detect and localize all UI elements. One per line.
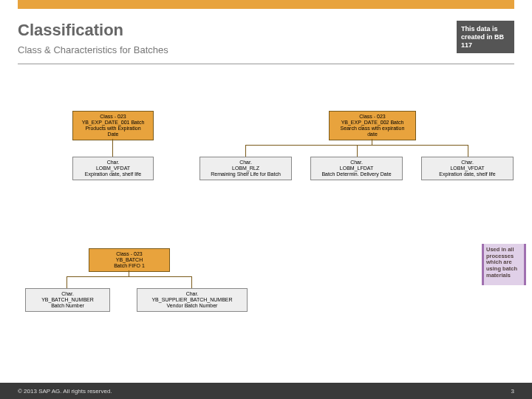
class-desc-label: date: [331, 132, 414, 137]
top-accent-band: [18, 0, 514, 9]
char-name-label: LOBM_VFDAT: [423, 166, 511, 171]
char-desc-label: Vendor Batch Number: [139, 303, 245, 309]
class-desc-label: Date: [75, 132, 151, 137]
char-desc-label: Remaining Shelf Life for Batch: [202, 171, 290, 177]
class-code-label: Class - 023: [75, 114, 151, 120]
char-label: Char.: [27, 291, 108, 297]
class-name-label: YB_EXP_DATE_002 Batch: [331, 120, 414, 126]
char-desc-label: Expiration date, shelf life: [423, 171, 511, 177]
context-badge: This data is created in BB 117: [457, 21, 514, 53]
page-number-label: 3: [511, 388, 514, 395]
side-note-callout: Used in all processes which are using ba…: [482, 244, 526, 285]
class-desc-label: Batch FIFO 1: [91, 263, 168, 269]
class-name-label: YB_EXP_DATE_001 Batch: [75, 120, 151, 126]
page-title: Classification: [18, 21, 168, 40]
char-name-label: YB_BATCH_NUMBER: [27, 297, 108, 303]
connector-line: [66, 276, 67, 288]
class-desc-label: Products with Expiration: [75, 126, 151, 132]
connector-line: [66, 276, 192, 277]
char-name-label: YB_SUPPLIER_BATCH_NUMBER: [139, 297, 245, 303]
char-name-label: LOBM_VFDAT: [75, 166, 151, 171]
class-code-label: Class - 023: [91, 251, 168, 257]
char-label: Char.: [75, 160, 151, 166]
section-divider: [18, 64, 514, 64]
class-desc-label: Search class with expiration: [331, 126, 414, 132]
char-name-label: LOBM_RLZ: [202, 166, 290, 171]
class-exp-date-001: Class - 023 YB_EXP_DATE_001 Batch Produc…: [72, 111, 154, 140]
copyright-label: © 2013 SAP AG. All rights reserved.: [18, 388, 112, 395]
char-desc-label: Expiration date, shelf life: [75, 171, 151, 177]
char-lobm-rlz: Char. LOBM_RLZ Remaining Shelf Life for …: [200, 157, 292, 180]
char-label: Char.: [313, 160, 400, 166]
char-lobm-vfdat-1: Char. LOBM_VFDAT Expiration date, shelf …: [72, 157, 154, 180]
connector-line: [191, 276, 192, 288]
char-desc-label: Batch Determin. Delivery Date: [313, 171, 400, 177]
char-label: Char.: [139, 291, 245, 297]
class-yb-batch: Class - 023 YB_BATCH Batch FIFO 1: [89, 248, 170, 272]
page-subtitle: Class & Characteristics for Batches: [18, 44, 168, 55]
class-code-label: Class - 023: [331, 114, 414, 120]
char-lobm-vfdat-2: Char. LOBM_VFDAT Expiration date, shelf …: [421, 157, 514, 180]
connector-line: [372, 139, 372, 145]
char-supplier-batch-number: Char. YB_SUPPLIER_BATCH_NUMBER Vendor Ba…: [137, 288, 248, 312]
class-exp-date-002: Class - 023 YB_EXP_DATE_002 Batch Search…: [329, 111, 416, 140]
connector-line: [245, 145, 246, 157]
class-name-label: YB_BATCH: [91, 257, 168, 263]
footer-bar: © 2013 SAP AG. All rights reserved. 3: [0, 383, 532, 399]
char-name-label: LOBM_LFDAT: [313, 166, 400, 171]
char-lobm-lfdat: Char. LOBM_LFDAT Batch Determin. Deliver…: [310, 157, 403, 180]
connector-line: [468, 145, 468, 157]
char-batch-number: Char. YB_BATCH_NUMBER Batch Number: [25, 288, 110, 312]
connector-line: [357, 145, 358, 157]
title-area: Classification Class & Characteristics f…: [18, 21, 168, 55]
char-label: Char.: [202, 160, 290, 166]
connector-line: [129, 270, 129, 276]
char-desc-label: Batch Number: [27, 303, 108, 309]
connector-line: [112, 139, 113, 157]
char-label: Char.: [423, 160, 511, 166]
